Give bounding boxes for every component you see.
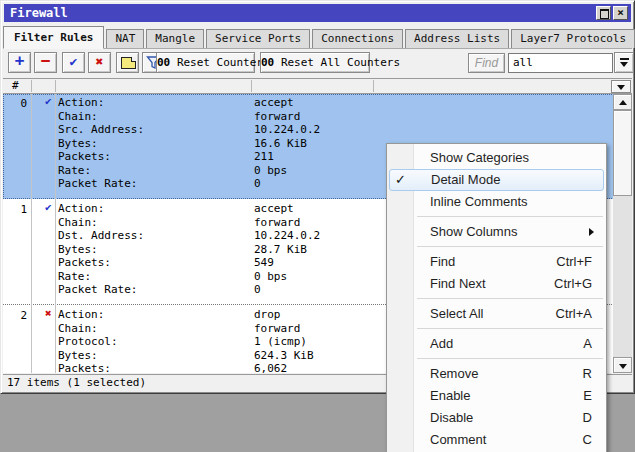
menu-item-find[interactable]: FindCtrl+F — [387, 251, 606, 273]
filter-select[interactable]: all — [508, 53, 613, 73]
drop-icon: ✖ — [45, 307, 52, 320]
rule-field: Src. Address:10.224.0.2 — [3, 123, 632, 137]
column-grid-line — [55, 94, 56, 373]
tab-nat[interactable]: NAT — [106, 29, 144, 48]
tab-address-lists[interactable]: Address Lists — [405, 29, 509, 48]
table-header: # — [3, 78, 632, 94]
arrow-up-icon — [619, 100, 627, 105]
status-text: 17 items (1 selected) — [7, 376, 146, 389]
find-button[interactable]: Find — [468, 53, 505, 73]
field-label: Packet Rate: — [58, 283, 137, 296]
column-chooser-button[interactable] — [611, 80, 631, 93]
tab-mangle[interactable]: Mangle — [146, 29, 204, 48]
field-value: 16.6 KiB — [254, 137, 307, 150]
disable-button[interactable]: ✖ — [88, 52, 111, 73]
menu-item-show-categories[interactable]: Show Categories — [387, 147, 606, 169]
reset-all-counters-button[interactable]: 00 Reset All Counters — [260, 52, 370, 73]
chevron-down-icon — [617, 85, 625, 90]
scroll-up-button[interactable] — [613, 94, 632, 110]
field-value: 0 bps — [254, 164, 287, 177]
vertical-scrollbar[interactable] — [613, 94, 632, 373]
menu-separator — [387, 213, 606, 221]
menu-item-disable[interactable]: DisableD — [387, 407, 606, 429]
tab-connections[interactable]: Connections — [312, 29, 403, 48]
reset-counters-button[interactable]: 00 Reset Counters — [156, 52, 255, 73]
maximize-icon — [600, 9, 609, 19]
field-value: 0 — [254, 283, 261, 296]
menu-item-label: Select All — [430, 306, 483, 321]
title-bar[interactable]: Firewall × — [4, 4, 631, 22]
close-button[interactable]: × — [613, 6, 628, 20]
field-value: 624.3 KiB — [254, 349, 314, 362]
counters-prefix: 00 — [261, 56, 274, 69]
comment-button[interactable] — [116, 52, 139, 73]
menu-item-label: Find — [430, 254, 455, 269]
menu-shortcut: A — [583, 333, 592, 355]
submenu-arrow-icon — [589, 228, 594, 236]
column-separator[interactable] — [31, 80, 32, 92]
menu-item-label: Remove — [430, 366, 478, 381]
field-value: forward — [254, 216, 300, 229]
add-button[interactable]: + — [8, 52, 31, 73]
menu-separator — [387, 325, 606, 333]
tab-filter-rules[interactable]: Filter Rules — [3, 26, 104, 49]
menu-item-label: Enable — [430, 388, 470, 403]
plus-icon: + — [15, 51, 25, 70]
enable-button[interactable]: ✔ — [62, 52, 85, 73]
column-separator[interactable] — [251, 80, 252, 92]
scroll-down-button[interactable] — [613, 357, 632, 373]
field-value: forward — [254, 110, 300, 123]
field-label: Bytes: — [58, 243, 98, 256]
menu-item-enable[interactable]: EnableE — [387, 385, 606, 407]
column-separator[interactable] — [373, 80, 374, 92]
field-label: Protocol: — [58, 335, 118, 348]
minus-icon: − — [41, 51, 51, 70]
tab-service-ports[interactable]: Service Ports — [206, 29, 310, 48]
window-title: Firewall — [10, 6, 68, 20]
menu-item-label: Find Next — [430, 276, 486, 291]
accept-icon: ✔ — [45, 95, 52, 108]
field-label: Bytes: — [58, 349, 98, 362]
menu-item-add[interactable]: AddA — [387, 333, 606, 355]
menu-item-inline-comments[interactable]: Inline Comments — [387, 191, 606, 213]
menu-item-show-columns[interactable]: Show Columns — [387, 221, 606, 243]
field-value: drop — [254, 308, 281, 321]
rule-field: ✔ Action: accept — [3, 96, 632, 110]
field-label: Src. Address: — [58, 123, 144, 136]
field-value: 549 — [254, 256, 274, 269]
field-value: 1 (icmp) — [254, 335, 307, 348]
tab-layer7-protocols[interactable]: Layer7 Protocols — [511, 29, 635, 48]
field-value: 0 bps — [254, 270, 287, 283]
field-label: Packets: — [58, 150, 111, 163]
menu-item-detail-mode[interactable]: ✓ Detail Mode — [389, 169, 604, 191]
field-label: Action: — [58, 308, 104, 321]
field-label: Chain: — [58, 110, 98, 123]
reset-counters-label: Reset Counters — [177, 56, 270, 69]
checkmark-icon: ✓ — [395, 170, 406, 189]
field-value: accept — [254, 202, 294, 215]
remove-button[interactable]: − — [34, 52, 57, 73]
column-separator[interactable] — [55, 80, 56, 92]
field-label: Packet Rate: — [58, 177, 137, 190]
reset-all-counters-label: Reset All Counters — [281, 56, 400, 69]
field-label: Packets: — [58, 362, 111, 373]
maximize-button[interactable] — [596, 6, 611, 20]
number-column-header: # — [12, 79, 19, 93]
menu-item-select-all[interactable]: Select AllCtrl+A — [387, 303, 606, 325]
context-menu: Show Categories ✓ Detail Mode Inline Com… — [386, 143, 607, 452]
menu-item-find-next[interactable]: Find NextCtrl+G — [387, 273, 606, 295]
dropdown-arrow-icon — [620, 58, 629, 67]
field-label: Rate: — [58, 270, 91, 283]
field-value: forward — [254, 322, 300, 335]
scrollbar-thumb[interactable] — [613, 110, 632, 196]
menu-item-comment[interactable]: CommentC — [387, 429, 606, 451]
field-value: 6,062 — [254, 362, 287, 373]
toolbar: + − ✔ ✖ 00 Reset Counters 00 Reset All C… — [3, 49, 632, 78]
menu-item-label: Inline Comments — [430, 194, 528, 209]
field-value: 211 — [254, 150, 274, 163]
filter-select-value: all — [513, 56, 533, 69]
field-label: Action: — [58, 202, 104, 215]
menu-item-remove[interactable]: RemoveR — [387, 363, 606, 385]
menu-separator — [387, 295, 606, 303]
filter-dropdown-button[interactable] — [614, 52, 634, 73]
